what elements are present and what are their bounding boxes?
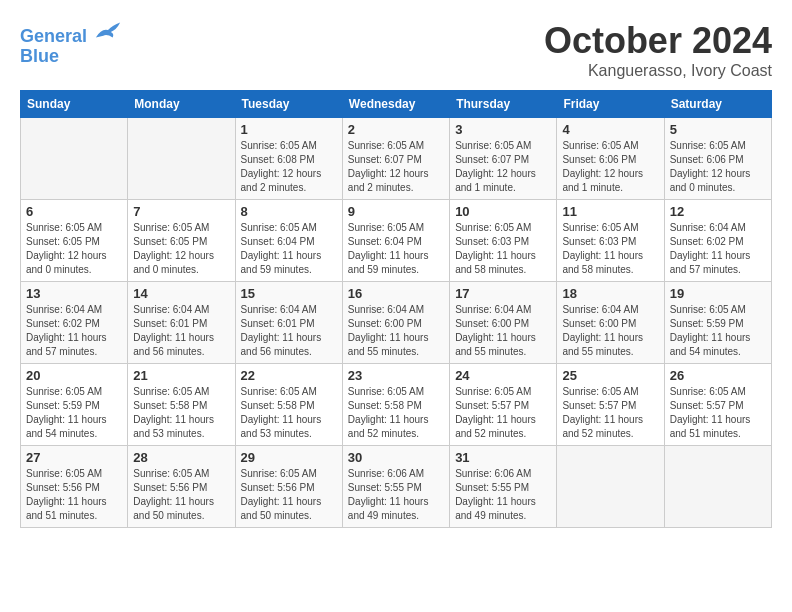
day-info: Sunrise: 6:05 AM Sunset: 5:59 PM Dayligh… [670, 303, 766, 359]
weekday-header-saturday: Saturday [664, 91, 771, 118]
week-row-4: 20Sunrise: 6:05 AM Sunset: 5:59 PM Dayli… [21, 364, 772, 446]
day-info: Sunrise: 6:05 AM Sunset: 6:05 PM Dayligh… [133, 221, 229, 277]
week-row-2: 6Sunrise: 6:05 AM Sunset: 6:05 PM Daylig… [21, 200, 772, 282]
calendar-cell: 10Sunrise: 6:05 AM Sunset: 6:03 PM Dayli… [450, 200, 557, 282]
day-number: 31 [455, 450, 551, 465]
calendar-cell: 11Sunrise: 6:05 AM Sunset: 6:03 PM Dayli… [557, 200, 664, 282]
calendar-cell: 18Sunrise: 6:04 AM Sunset: 6:00 PM Dayli… [557, 282, 664, 364]
day-number: 10 [455, 204, 551, 219]
weekday-header-friday: Friday [557, 91, 664, 118]
logo-general: General [20, 26, 87, 46]
week-row-1: 1Sunrise: 6:05 AM Sunset: 6:08 PM Daylig… [21, 118, 772, 200]
day-info: Sunrise: 6:05 AM Sunset: 6:07 PM Dayligh… [348, 139, 444, 195]
day-info: Sunrise: 6:05 AM Sunset: 6:06 PM Dayligh… [670, 139, 766, 195]
day-number: 27 [26, 450, 122, 465]
calendar-cell: 7Sunrise: 6:05 AM Sunset: 6:05 PM Daylig… [128, 200, 235, 282]
calendar-cell [21, 118, 128, 200]
calendar-cell: 20Sunrise: 6:05 AM Sunset: 5:59 PM Dayli… [21, 364, 128, 446]
day-number: 26 [670, 368, 766, 383]
day-number: 18 [562, 286, 658, 301]
calendar-cell: 4Sunrise: 6:05 AM Sunset: 6:06 PM Daylig… [557, 118, 664, 200]
day-info: Sunrise: 6:05 AM Sunset: 5:56 PM Dayligh… [133, 467, 229, 523]
day-number: 2 [348, 122, 444, 137]
calendar-cell: 28Sunrise: 6:05 AM Sunset: 5:56 PM Dayli… [128, 446, 235, 528]
day-number: 21 [133, 368, 229, 383]
day-info: Sunrise: 6:05 AM Sunset: 6:04 PM Dayligh… [348, 221, 444, 277]
day-number: 7 [133, 204, 229, 219]
weekday-header-row: SundayMondayTuesdayWednesdayThursdayFrid… [21, 91, 772, 118]
calendar-cell: 19Sunrise: 6:05 AM Sunset: 5:59 PM Dayli… [664, 282, 771, 364]
day-number: 13 [26, 286, 122, 301]
day-info: Sunrise: 6:04 AM Sunset: 6:00 PM Dayligh… [562, 303, 658, 359]
day-number: 3 [455, 122, 551, 137]
calendar-table: SundayMondayTuesdayWednesdayThursdayFrid… [20, 90, 772, 528]
day-info: Sunrise: 6:05 AM Sunset: 6:05 PM Dayligh… [26, 221, 122, 277]
calendar-cell [664, 446, 771, 528]
weekday-header-tuesday: Tuesday [235, 91, 342, 118]
day-info: Sunrise: 6:04 AM Sunset: 6:02 PM Dayligh… [26, 303, 122, 359]
day-number: 25 [562, 368, 658, 383]
calendar-cell [557, 446, 664, 528]
logo-bird-icon [94, 20, 122, 42]
day-number: 16 [348, 286, 444, 301]
calendar-cell: 9Sunrise: 6:05 AM Sunset: 6:04 PM Daylig… [342, 200, 449, 282]
day-number: 23 [348, 368, 444, 383]
day-number: 9 [348, 204, 444, 219]
day-info: Sunrise: 6:04 AM Sunset: 6:00 PM Dayligh… [348, 303, 444, 359]
day-info: Sunrise: 6:05 AM Sunset: 5:58 PM Dayligh… [241, 385, 337, 441]
calendar-cell: 25Sunrise: 6:05 AM Sunset: 5:57 PM Dayli… [557, 364, 664, 446]
calendar-cell: 13Sunrise: 6:04 AM Sunset: 6:02 PM Dayli… [21, 282, 128, 364]
calendar-cell: 24Sunrise: 6:05 AM Sunset: 5:57 PM Dayli… [450, 364, 557, 446]
calendar-cell: 22Sunrise: 6:05 AM Sunset: 5:58 PM Dayli… [235, 364, 342, 446]
calendar-cell: 15Sunrise: 6:04 AM Sunset: 6:01 PM Dayli… [235, 282, 342, 364]
day-info: Sunrise: 6:04 AM Sunset: 6:00 PM Dayligh… [455, 303, 551, 359]
header: General Blue October 2024 Kanguerasso, I… [20, 20, 772, 80]
location-title: Kanguerasso, Ivory Coast [544, 62, 772, 80]
day-number: 29 [241, 450, 337, 465]
day-number: 6 [26, 204, 122, 219]
day-info: Sunrise: 6:04 AM Sunset: 6:01 PM Dayligh… [133, 303, 229, 359]
week-row-3: 13Sunrise: 6:04 AM Sunset: 6:02 PM Dayli… [21, 282, 772, 364]
day-number: 20 [26, 368, 122, 383]
weekday-header-monday: Monday [128, 91, 235, 118]
day-info: Sunrise: 6:05 AM Sunset: 6:04 PM Dayligh… [241, 221, 337, 277]
calendar-cell: 23Sunrise: 6:05 AM Sunset: 5:58 PM Dayli… [342, 364, 449, 446]
weekday-header-thursday: Thursday [450, 91, 557, 118]
day-number: 30 [348, 450, 444, 465]
day-number: 1 [241, 122, 337, 137]
calendar-cell: 21Sunrise: 6:05 AM Sunset: 5:58 PM Dayli… [128, 364, 235, 446]
logo: General Blue [20, 20, 122, 67]
calendar-cell: 8Sunrise: 6:05 AM Sunset: 6:04 PM Daylig… [235, 200, 342, 282]
day-info: Sunrise: 6:05 AM Sunset: 6:06 PM Dayligh… [562, 139, 658, 195]
day-info: Sunrise: 6:05 AM Sunset: 6:08 PM Dayligh… [241, 139, 337, 195]
day-info: Sunrise: 6:06 AM Sunset: 5:55 PM Dayligh… [455, 467, 551, 523]
calendar-cell: 29Sunrise: 6:05 AM Sunset: 5:56 PM Dayli… [235, 446, 342, 528]
day-number: 28 [133, 450, 229, 465]
calendar-cell: 6Sunrise: 6:05 AM Sunset: 6:05 PM Daylig… [21, 200, 128, 282]
day-info: Sunrise: 6:04 AM Sunset: 6:02 PM Dayligh… [670, 221, 766, 277]
day-number: 19 [670, 286, 766, 301]
day-info: Sunrise: 6:05 AM Sunset: 5:57 PM Dayligh… [562, 385, 658, 441]
month-title: October 2024 [544, 20, 772, 62]
day-info: Sunrise: 6:05 AM Sunset: 5:57 PM Dayligh… [455, 385, 551, 441]
day-number: 5 [670, 122, 766, 137]
day-info: Sunrise: 6:05 AM Sunset: 5:56 PM Dayligh… [241, 467, 337, 523]
day-number: 11 [562, 204, 658, 219]
logo-blue: Blue [20, 46, 59, 66]
day-number: 22 [241, 368, 337, 383]
calendar-cell: 16Sunrise: 6:04 AM Sunset: 6:00 PM Dayli… [342, 282, 449, 364]
day-info: Sunrise: 6:05 AM Sunset: 6:03 PM Dayligh… [562, 221, 658, 277]
calendar-cell: 31Sunrise: 6:06 AM Sunset: 5:55 PM Dayli… [450, 446, 557, 528]
week-row-5: 27Sunrise: 6:05 AM Sunset: 5:56 PM Dayli… [21, 446, 772, 528]
calendar-cell: 1Sunrise: 6:05 AM Sunset: 6:08 PM Daylig… [235, 118, 342, 200]
weekday-header-wednesday: Wednesday [342, 91, 449, 118]
calendar-cell: 26Sunrise: 6:05 AM Sunset: 5:57 PM Dayli… [664, 364, 771, 446]
calendar-cell: 30Sunrise: 6:06 AM Sunset: 5:55 PM Dayli… [342, 446, 449, 528]
day-info: Sunrise: 6:05 AM Sunset: 5:59 PM Dayligh… [26, 385, 122, 441]
day-info: Sunrise: 6:05 AM Sunset: 5:56 PM Dayligh… [26, 467, 122, 523]
day-info: Sunrise: 6:05 AM Sunset: 6:03 PM Dayligh… [455, 221, 551, 277]
calendar-cell [128, 118, 235, 200]
day-number: 14 [133, 286, 229, 301]
day-info: Sunrise: 6:05 AM Sunset: 5:58 PM Dayligh… [133, 385, 229, 441]
day-number: 17 [455, 286, 551, 301]
